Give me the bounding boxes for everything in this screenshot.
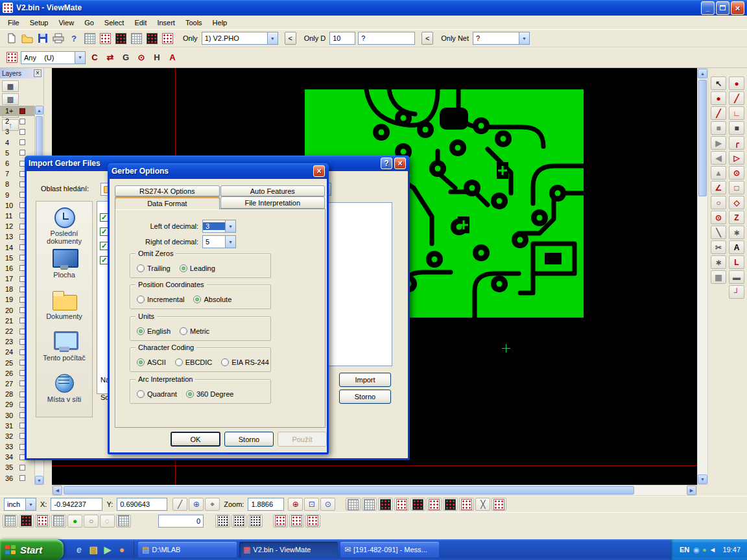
film-compare-4-icon[interactable]	[427, 498, 442, 511]
radio-metric[interactable]: Metric	[180, 327, 209, 335]
anchor-icon[interactable]: ⌖	[205, 498, 220, 511]
import-button[interactable]: Import	[339, 373, 391, 387]
layers-panel-header[interactable]: Layers ×	[0, 68, 43, 78]
dot-pattern-1-icon[interactable]	[215, 515, 230, 528]
layer-overlay-icon[interactable]	[459, 498, 474, 511]
draw-burst-icon[interactable]: ∗	[729, 226, 744, 239]
prev-item-icon[interactable]: ◀	[711, 151, 726, 165]
place-recent-documents[interactable]: Poslední dokumenty	[36, 202, 92, 243]
layer-color-swatch[interactable]	[19, 150, 25, 156]
horizontal-scrollbar[interactable]: ◀ ▶	[52, 485, 697, 496]
dcode-list-icon[interactable]	[51, 515, 66, 528]
radio-quadrant[interactable]: Quadrant	[137, 390, 177, 398]
place-network-places[interactable]: Místa v síti	[36, 368, 92, 409]
film-box-icon[interactable]	[19, 515, 34, 528]
draw-line-icon[interactable]: ╱	[729, 91, 744, 105]
pad-pattern-1-icon[interactable]	[273, 515, 288, 528]
minimize-button[interactable]: _	[701, 1, 715, 15]
layer-color-swatch[interactable]	[19, 475, 25, 481]
dcode-query-field[interactable]: ?	[358, 32, 415, 45]
quick-launch-browser-icon[interactable]: ●	[115, 543, 128, 556]
radio-ascii[interactable]: ASCII	[137, 358, 166, 366]
angle-tool-icon[interactable]: ∠	[711, 181, 726, 194]
next-item-icon[interactable]: ▶	[711, 136, 726, 150]
layer-row-3[interactable]: 3	[0, 126, 35, 137]
radio-incremental[interactable]: Incremental	[137, 296, 184, 303]
place-documents[interactable]: Dokumenty	[36, 285, 92, 326]
draw-target-icon[interactable]: ⊙	[729, 166, 744, 180]
menu-view[interactable]: View	[53, 17, 79, 29]
taskbar-task-mlab-folder[interactable]: ▤D:\MLAB	[138, 542, 237, 557]
zoom-all-icon[interactable]: ⊙	[320, 498, 335, 511]
selection-mode-icon[interactable]	[4, 51, 19, 65]
center-target-button[interactable]: ⊙	[134, 51, 149, 65]
radio-leading[interactable]: Leading	[180, 264, 215, 272]
label-tool-icon[interactable]: L	[729, 255, 744, 269]
film-compare-5-icon[interactable]	[443, 498, 458, 511]
net-combo[interactable]: ? ▼	[473, 32, 530, 45]
restore-button[interactable]	[716, 1, 729, 15]
film-setup-icon[interactable]	[113, 31, 128, 45]
previous-layer-button[interactable]: <	[285, 32, 296, 45]
zoom-in-icon[interactable]: ⊕	[288, 498, 303, 511]
color-swatch-icon[interactable]	[35, 515, 50, 528]
bar-tool-icon[interactable]: ▬	[729, 270, 744, 284]
text-tool-icon[interactable]: A	[729, 240, 744, 254]
rect-select-icon[interactable]: ■	[711, 121, 726, 135]
quick-launch-player-icon[interactable]: ▶	[101, 543, 114, 556]
layer-row-2[interactable]: 2	[0, 116, 35, 126]
grid-snap-icon[interactable]	[362, 498, 377, 511]
previous-dcode-button[interactable]: <	[421, 32, 433, 45]
quick-launch-explorer-icon[interactable]: ▤	[87, 543, 100, 556]
swap-layers-button[interactable]: ⇄	[102, 51, 118, 65]
ok-button[interactable]: OK	[171, 432, 220, 447]
transform-icon[interactable]: ╳	[475, 498, 490, 511]
sketch-mode-icon[interactable]	[492, 498, 506, 511]
zoom-point-icon[interactable]: ●	[711, 91, 726, 105]
slash-tool-icon[interactable]: ╲	[711, 226, 726, 239]
film-compare-1-icon[interactable]	[378, 498, 393, 511]
tab-rs274-x-options[interactable]: RS274-X Options	[115, 185, 220, 196]
menu-insert[interactable]: Insert	[152, 17, 180, 29]
scroll-up-icon[interactable]: ▲	[35, 106, 43, 115]
left-decimal-combo[interactable]: 3 ▼	[202, 220, 236, 233]
dialog-close-button[interactable]: ×	[394, 158, 406, 169]
quick-launch-ie-icon[interactable]: e	[73, 543, 86, 556]
place-my-computer[interactable]: Tento počítač	[36, 326, 92, 368]
print-icon[interactable]	[51, 31, 66, 45]
layer-color-swatch[interactable]	[19, 119, 25, 124]
cut-tool-icon[interactable]: ✂	[711, 240, 726, 254]
scroll-down-icon[interactable]: ▼	[698, 474, 707, 484]
grid-config-icon[interactable]	[3, 515, 18, 528]
layers-scrollbar-thumb[interactable]	[36, 116, 43, 161]
probe-off-icon[interactable]: ○	[84, 515, 99, 528]
line-select-icon[interactable]: ╱	[711, 106, 726, 120]
right-decimal-combo[interactable]: 5 ▼	[202, 235, 236, 248]
measure-distance-icon[interactable]: ╱	[172, 498, 187, 511]
film-compare-2-icon[interactable]	[394, 498, 409, 511]
taskbar-task-viewmate[interactable]: ▦V2.bin - ViewMate	[239, 542, 338, 557]
origin-target-icon[interactable]: ⊕	[189, 498, 204, 511]
menu-tools[interactable]: Tools	[180, 17, 208, 29]
draw-outline-icon[interactable]: □	[729, 181, 744, 194]
layer-row-1-[interactable]: 1+	[0, 106, 35, 116]
layers-film-button[interactable]: ▥	[2, 93, 19, 105]
taskbar-task-message[interactable]: ✉[191-482-091] - Mess...	[340, 542, 439, 557]
radio-english[interactable]: English	[137, 327, 171, 335]
context-help-icon[interactable]: ?	[66, 31, 82, 45]
draw-arc-icon[interactable]: ╭	[729, 136, 744, 150]
radio-eia-rs-244[interactable]: EIA RS-244	[221, 358, 268, 366]
count-field[interactable]: 0	[158, 515, 204, 528]
save-file-icon[interactable]	[35, 31, 51, 45]
group-select-button[interactable]: G	[118, 51, 134, 65]
start-button[interactable]: Start	[0, 539, 64, 560]
units-combo[interactable]: inch ▼	[4, 498, 36, 511]
chevron-down-icon[interactable]: ▼	[267, 32, 278, 44]
dcode-value-field[interactable]: 10	[329, 32, 355, 45]
layer-color-swatch[interactable]	[19, 129, 25, 135]
scroll-down-icon[interactable]: ▼	[35, 476, 43, 485]
pad-tool-icon[interactable]: ⊙	[711, 211, 726, 224]
horizontal-scrollbar-thumb[interactable]	[64, 486, 634, 495]
dot-pattern-2-icon[interactable]	[231, 515, 246, 528]
tab-auto-features[interactable]: Auto Features	[220, 185, 326, 196]
